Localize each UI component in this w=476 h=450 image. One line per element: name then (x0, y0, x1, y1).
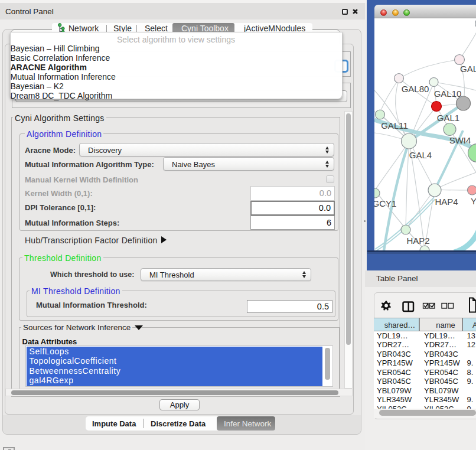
svg-text:HAP2: HAP2 (406, 236, 429, 246)
svg-text:GCY1: GCY1 (374, 198, 396, 208)
svg-text:GAL10: GAL10 (434, 89, 462, 99)
svg-text:GAL11: GAL11 (381, 120, 408, 131)
svg-text:SWI4: SWI4 (449, 135, 471, 145)
svg-text:Y: Y (471, 196, 476, 206)
svg-text:GAL80: GAL80 (402, 84, 429, 94)
svg-text:GAL1: GAL1 (437, 113, 459, 123)
svg-text:HAP4: HAP4 (435, 197, 458, 207)
svg-text:GAL4: GAL4 (409, 150, 432, 160)
svg-text:GAL7: GAL7 (460, 64, 476, 74)
